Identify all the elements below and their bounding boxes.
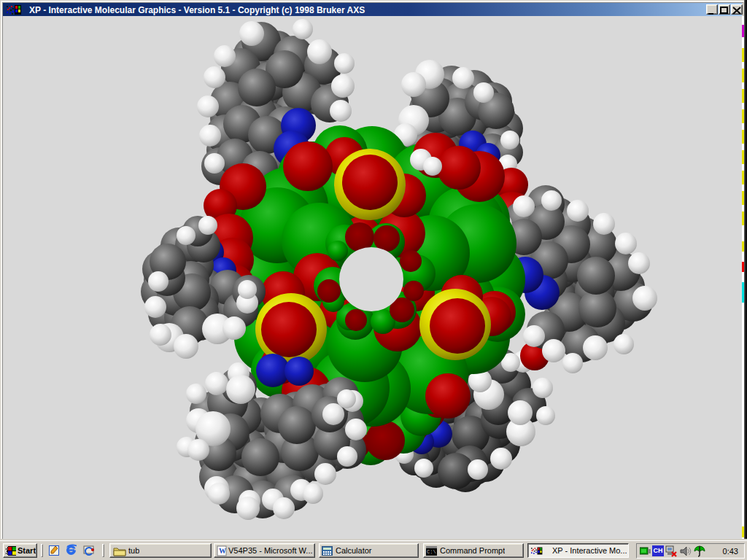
svg-text:C:\: C:\ (427, 549, 436, 555)
svg-text:W: W (219, 547, 226, 555)
